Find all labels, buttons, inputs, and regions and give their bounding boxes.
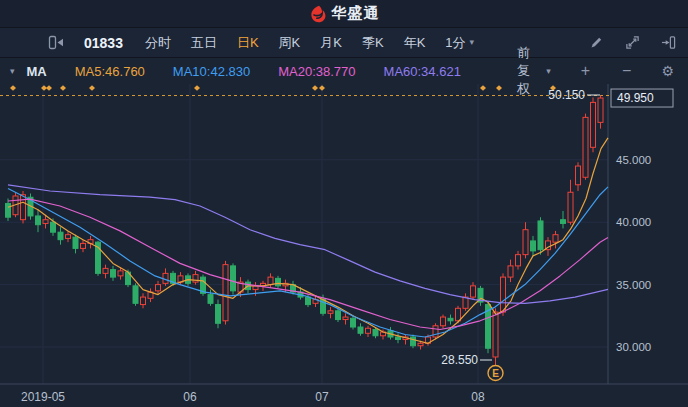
- candle-down: [448, 318, 453, 320]
- candle-down: [411, 337, 416, 346]
- candle-down: [6, 203, 11, 217]
- event-marker-diamond: [194, 85, 200, 91]
- event-marker-diamond: [46, 85, 52, 91]
- candle-up: [576, 166, 581, 185]
- draw-pencil-icon[interactable]: [588, 35, 604, 51]
- candle-down: [561, 220, 566, 224]
- candle-up: [568, 192, 573, 222]
- event-marker-diamond: [319, 85, 325, 91]
- candle-up: [118, 271, 123, 276]
- ma5-readout: MA5:46.760: [75, 64, 145, 79]
- low-price-annotation: 28.550: [441, 353, 478, 367]
- toolbar: 01833 分时 五日 日K 周K 月K 季K 年K 1分 ▾: [0, 28, 688, 58]
- candle-down: [58, 232, 63, 239]
- candle-up: [598, 98, 603, 122]
- candle-up: [141, 297, 146, 304]
- candle-down: [231, 266, 236, 291]
- minute-period-dropdown[interactable]: 1分 ▾: [445, 34, 474, 52]
- candle-up: [508, 266, 513, 277]
- indicator-name[interactable]: MA: [27, 64, 47, 79]
- candle-down: [133, 286, 138, 303]
- candle-down: [73, 237, 78, 248]
- price-axis-label: 35.000: [616, 279, 651, 291]
- candle-down: [111, 270, 116, 277]
- tab-monthly-k[interactable]: 月K: [320, 34, 342, 52]
- candle-up: [456, 308, 461, 320]
- candle-up: [583, 117, 588, 177]
- candle-down: [396, 337, 401, 339]
- zoom-in-button[interactable]: +: [579, 63, 592, 79]
- current-price-label: 49.950: [617, 91, 654, 105]
- high-price-annotation: 50.150: [548, 88, 585, 102]
- chevron-down-icon: ▾: [546, 67, 551, 76]
- chevron-down-icon: ▾: [470, 38, 475, 47]
- dock-right-icon[interactable]: [660, 35, 676, 51]
- tab-yearly-k[interactable]: 年K: [404, 34, 426, 52]
- collapse-panel-icon[interactable]: [48, 35, 64, 51]
- price-axis-label: 30.000: [616, 341, 651, 353]
- candle-down: [531, 241, 536, 251]
- fullscreen-expand-icon[interactable]: [624, 35, 640, 51]
- date-axis-label: 08: [471, 390, 485, 404]
- settings-gear-icon[interactable]: ⚙: [661, 63, 674, 79]
- indicator-bar: ▾ MA MA5:46.760 MA10:42.830 MA20:38.770 …: [0, 58, 688, 84]
- price-axis-label: 40.000: [616, 216, 651, 228]
- candle-down: [306, 297, 311, 304]
- candle-up: [223, 265, 228, 321]
- tab-quarterly-k[interactable]: 季K: [362, 34, 384, 52]
- ma10-readout: MA10:42.830: [173, 64, 250, 79]
- tab-weekly-k[interactable]: 周K: [279, 34, 301, 52]
- tab-daily-k[interactable]: 日K: [237, 34, 259, 52]
- chart-area: 50.15028.550E45.00040.00035.00030.00049.…: [0, 84, 688, 407]
- earnings-badge-letter: E: [492, 368, 499, 379]
- candle-down: [51, 222, 56, 232]
- candle-up: [366, 328, 371, 333]
- candle-up: [343, 317, 348, 319]
- event-marker-diamond: [10, 85, 16, 91]
- candle-up: [516, 255, 521, 266]
- event-marker-diamond: [480, 85, 486, 91]
- event-marker-diamond: [89, 85, 95, 91]
- brand-flame-icon: [309, 5, 327, 23]
- app-window: 华盛通 01833 分时 五日 日K 周K 月K 季K 年K 1分 ▾: [0, 0, 688, 407]
- stock-code: 01833: [84, 35, 123, 51]
- candle-up: [591, 102, 596, 147]
- date-axis-label: 07: [315, 390, 329, 404]
- event-marker-diamond: [312, 85, 318, 91]
- candle-down: [336, 311, 341, 320]
- minute-period-value: 1分: [445, 34, 465, 52]
- candlestick-chart[interactable]: 50.15028.550E45.00040.00035.00030.00049.…: [0, 84, 688, 407]
- candle-down: [351, 318, 356, 327]
- candle-down: [216, 305, 221, 324]
- zoom-out-button[interactable]: −: [620, 63, 633, 79]
- ma60-readout: MA60:34.621: [384, 64, 461, 79]
- candle-up: [81, 243, 86, 248]
- ma-line-ma5: [8, 138, 608, 343]
- event-marker-diamond: [496, 85, 502, 91]
- top-bar: 华盛通: [0, 0, 688, 28]
- candle-up: [418, 343, 423, 345]
- price-axis-label: 45.000: [616, 154, 651, 166]
- indicator-collapse-icon[interactable]: ▾: [10, 67, 15, 76]
- candle-up: [463, 297, 468, 308]
- candle-up: [501, 277, 506, 312]
- candle-up: [493, 312, 498, 357]
- candle-up: [156, 285, 161, 291]
- candle-down: [358, 327, 363, 333]
- candle-up: [268, 277, 273, 284]
- candle-up: [328, 311, 333, 313]
- date-axis-label: 06: [183, 390, 197, 404]
- candle-up: [21, 195, 26, 220]
- candle-down: [208, 295, 213, 304]
- ma20-readout: MA20:38.770: [278, 64, 355, 79]
- candle-up: [553, 235, 558, 242]
- tab-minute-line[interactable]: 分时: [145, 34, 171, 52]
- date-axis-label: 2019-05: [21, 390, 65, 404]
- candle-down: [36, 216, 41, 225]
- candle-down: [373, 330, 378, 336]
- event-marker-diamond: [60, 85, 66, 91]
- candle-up: [441, 317, 446, 326]
- candle-up: [66, 235, 71, 239]
- tab-five-day[interactable]: 五日: [191, 34, 217, 52]
- candle-down: [276, 278, 281, 285]
